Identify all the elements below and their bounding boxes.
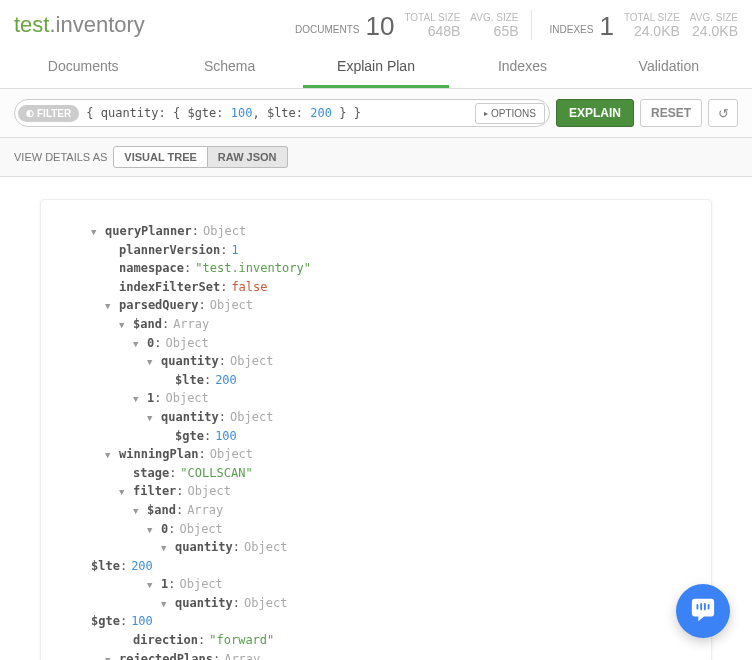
documents-label: DOCUMENTS	[295, 24, 359, 35]
json-node: parsedQuery:Object	[91, 296, 689, 315]
stats-documents: DOCUMENTS 10 TOTAL SIZE 648B AVG. SIZE 6…	[295, 12, 518, 39]
json-value: 200	[131, 557, 153, 576]
tab-explain-plan[interactable]: Explain Plan	[303, 46, 449, 88]
json-value: Array	[187, 501, 223, 520]
raw-json-panel: queryPlanner:ObjectplannerVersion:1names…	[40, 199, 712, 660]
divider	[531, 10, 532, 40]
options-button[interactable]: OPTIONS	[475, 103, 545, 124]
caret-down-icon[interactable]	[105, 300, 117, 314]
json-node: $gte:100	[91, 612, 689, 631]
json-node: plannerVersion:1	[91, 241, 689, 260]
json-value: "COLLSCAN"	[180, 464, 252, 483]
json-key: $and	[147, 501, 176, 520]
caret-down-icon[interactable]	[147, 524, 159, 538]
json-value: Array	[224, 650, 260, 660]
indexes-avg-size-label: AVG. SIZE	[690, 12, 738, 23]
json-node: 1:Object	[91, 389, 689, 408]
json-key: parsedQuery	[119, 296, 198, 315]
json-value: 100	[215, 427, 237, 446]
tab-schema[interactable]: Schema	[156, 46, 302, 88]
json-key: indexFilterSet	[119, 278, 220, 297]
json-key: queryPlanner	[105, 222, 192, 241]
tab-validation[interactable]: Validation	[596, 46, 742, 88]
json-node: 1:Object	[91, 575, 689, 594]
json-key: namespace	[119, 259, 184, 278]
json-value: Object	[230, 408, 273, 427]
caret-down-icon[interactable]	[133, 393, 145, 407]
intercom-launcher[interactable]	[676, 584, 730, 638]
json-node: $and:Array	[91, 501, 689, 520]
json-value: 100	[131, 612, 153, 631]
namespace-coll: .inventory	[49, 12, 144, 37]
reset-button[interactable]: RESET	[640, 99, 702, 127]
json-value: Object	[244, 594, 287, 613]
tab-indexes[interactable]: Indexes	[449, 46, 595, 88]
caret-down-icon[interactable]	[147, 412, 159, 426]
json-key: stage	[133, 464, 169, 483]
tabs: DocumentsSchemaExplain PlanIndexesValida…	[0, 46, 752, 89]
chat-icon	[690, 597, 716, 626]
json-node: stage:"COLLSCAN"	[91, 464, 689, 483]
json-key: $lte	[91, 557, 120, 576]
json-node: rejectedPlans:Array	[91, 650, 689, 660]
caret-down-icon[interactable]	[105, 654, 117, 660]
json-node: $lte:200	[91, 557, 689, 576]
documents-count: 10	[365, 13, 394, 39]
history-button[interactable]: ↺	[708, 99, 738, 127]
caret-down-icon[interactable]	[161, 598, 173, 612]
json-value: Array	[173, 315, 209, 334]
json-key: 0	[161, 520, 168, 539]
header: test.inventory DOCUMENTS 10 TOTAL SIZE 6…	[0, 0, 752, 46]
documents-avg-size-label: AVG. SIZE	[470, 12, 518, 23]
caret-down-icon[interactable]	[119, 319, 131, 333]
json-value: Object	[165, 334, 208, 353]
json-node: 0:Object	[91, 520, 689, 539]
json-value: Object	[210, 296, 253, 315]
view-visual-tree[interactable]: VISUAL TREE	[113, 146, 208, 168]
documents-avg-size-value: 65B	[470, 23, 518, 39]
indexes-label: INDEXES	[550, 24, 594, 35]
documents-total-size-label: TOTAL SIZE	[404, 12, 460, 23]
caret-down-icon[interactable]	[147, 356, 159, 370]
json-key: 1	[147, 389, 154, 408]
json-key: plannerVersion	[119, 241, 220, 260]
indexes-avg-size-value: 24.0KB	[690, 23, 738, 39]
filter-badge: FILTER	[18, 105, 79, 122]
json-value: Object	[188, 482, 231, 501]
view-details-row: VIEW DETAILS AS VISUAL TREERAW JSON	[0, 138, 752, 177]
indexes-total-size-label: TOTAL SIZE	[624, 12, 680, 23]
explain-button[interactable]: EXPLAIN	[556, 99, 634, 127]
json-node: namespace:"test.inventory"	[91, 259, 689, 278]
json-key: $lte	[175, 371, 204, 390]
json-value: Object	[179, 520, 222, 539]
caret-down-icon[interactable]	[91, 226, 103, 240]
json-value: Object	[230, 352, 273, 371]
filter-query[interactable]: { quantity: { $gte: 100, $lte: 200 } }	[86, 106, 475, 120]
caret-down-icon[interactable]	[105, 449, 117, 463]
json-key: direction	[133, 631, 198, 650]
filter-field[interactable]: FILTER { quantity: { $gte: 100, $lte: 20…	[14, 99, 550, 127]
json-value: Object	[165, 389, 208, 408]
view-raw-json[interactable]: RAW JSON	[208, 146, 288, 168]
caret-down-icon[interactable]	[133, 505, 145, 519]
json-value: Object	[179, 575, 222, 594]
caret-down-icon[interactable]	[133, 338, 145, 352]
indexes-total-size-value: 24.0KB	[624, 23, 680, 39]
json-key: $gte	[175, 427, 204, 446]
caret-down-icon[interactable]	[119, 486, 131, 500]
json-node: quantity:Object	[91, 352, 689, 371]
json-node: $lte:200	[91, 371, 689, 390]
json-value: Object	[244, 538, 287, 557]
json-key: $and	[133, 315, 162, 334]
json-value: false	[231, 278, 267, 297]
json-node: filter:Object	[91, 482, 689, 501]
filter-bar: FILTER { quantity: { $gte: 100, $lte: 20…	[0, 89, 752, 138]
caret-down-icon[interactable]	[161, 542, 173, 556]
json-node: queryPlanner:Object	[91, 222, 689, 241]
tab-documents[interactable]: Documents	[10, 46, 156, 88]
json-value: "forward"	[209, 631, 274, 650]
content-area: queryPlanner:ObjectplannerVersion:1names…	[0, 177, 752, 660]
json-key: winningPlan	[119, 445, 198, 464]
caret-down-icon[interactable]	[147, 579, 159, 593]
json-key: quantity	[175, 538, 233, 557]
